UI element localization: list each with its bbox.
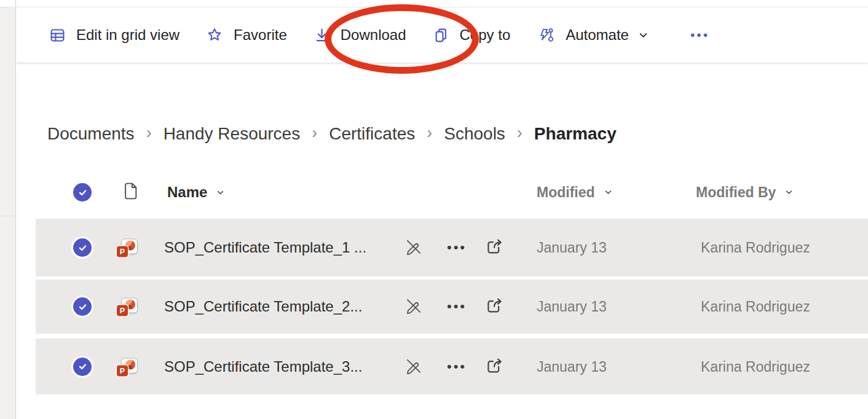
grid-icon (49, 27, 66, 44)
select-all-checkbox[interactable] (73, 183, 92, 202)
file-row[interactable]: P SOP_Certificate Template_1 ... ••• Jan… (36, 219, 868, 276)
row-more-actions-button[interactable]: ••• (441, 359, 472, 375)
breadcrumb-separator-icon: › (427, 125, 432, 141)
pen-slash-icon (404, 296, 423, 318)
file-name-link[interactable]: SOP_Certificate Template_3... (164, 358, 362, 375)
copy-to-label: Copy to (460, 26, 511, 44)
row-checkbox[interactable] (73, 297, 92, 316)
check-icon (77, 361, 88, 372)
powerpoint-file-icon: P (117, 297, 139, 316)
modified-by: Karina Rodriguez (701, 240, 810, 256)
check-icon (77, 187, 88, 198)
powerpoint-file-icon: P (117, 357, 139, 376)
row-checkbox[interactable] (73, 358, 92, 376)
left-nav-rail-body (0, 7, 15, 419)
share-icon[interactable] (484, 237, 504, 259)
copy-to-button[interactable]: Copy to (433, 26, 511, 44)
modified-by: Karina Rodriguez (701, 358, 810, 375)
automate-label: Automate (566, 26, 629, 44)
left-rail-divider (0, 216, 15, 216)
breadcrumb-item-certificates[interactable]: Certificates (329, 124, 415, 144)
automate-flow-icon (537, 26, 555, 44)
chevron-down-icon (216, 188, 225, 197)
favorite-label: Favorite (234, 26, 287, 44)
breadcrumb-item-documents[interactable]: Documents (47, 124, 135, 144)
pen-slash-icon (404, 356, 423, 377)
pen-slash-icon (404, 237, 423, 259)
modified-by: Karina Rodriguez (701, 299, 810, 315)
copy-icon (433, 27, 449, 44)
modified-date: January 13 (537, 299, 607, 315)
file-row[interactable]: P SOP_Certificate Template_3... ••• Janu… (36, 339, 868, 394)
download-icon (314, 27, 330, 44)
breadcrumb: Documents › Handy Resources › Certificat… (47, 124, 617, 144)
powerpoint-badge: P (117, 305, 128, 316)
file-type-column-icon[interactable] (122, 182, 139, 203)
column-header-modified-by[interactable]: Modified By (696, 184, 794, 201)
breadcrumb-item-schools[interactable]: Schools (444, 124, 505, 144)
chevron-down-icon (784, 188, 794, 197)
modified-date: January 13 (537, 240, 607, 256)
chevron-down-icon (604, 188, 613, 197)
file-name-link[interactable]: SOP_Certificate Template_1 ... (164, 239, 366, 256)
powerpoint-badge: P (117, 246, 128, 257)
favorite-button[interactable]: Favorite (206, 26, 287, 44)
file-name-link[interactable]: SOP_Certificate Template_2... (164, 298, 362, 315)
more-commands-button[interactable]: ••• (690, 28, 709, 42)
column-header-name[interactable]: Name (167, 184, 225, 201)
powerpoint-badge: P (117, 365, 128, 376)
download-label: Download (341, 26, 406, 44)
row-checkbox[interactable] (73, 238, 92, 257)
breadcrumb-item-handy-resources[interactable]: Handy Resources (164, 124, 301, 144)
edit-in-grid-view-label: Edit in grid view (76, 26, 180, 44)
breadcrumb-separator-icon: › (312, 125, 317, 141)
check-icon (77, 243, 88, 253)
share-icon[interactable] (484, 355, 504, 378)
breadcrumb-item-pharmacy-current: Pharmacy (534, 124, 617, 144)
row-more-actions-button[interactable]: ••• (441, 240, 472, 256)
modified-date: January 13 (537, 358, 607, 375)
file-row[interactable]: P SOP_Certificate Template_2... ••• Janu… (36, 280, 868, 334)
breadcrumb-separator-icon: › (517, 125, 523, 141)
left-nav-rail (0, 0, 16, 419)
download-button[interactable]: Download (314, 26, 406, 44)
share-icon[interactable] (484, 296, 504, 318)
column-header-modified[interactable]: Modified (537, 184, 613, 201)
star-icon (206, 26, 223, 44)
check-icon (77, 302, 88, 312)
edit-in-grid-view-button[interactable]: Edit in grid view (49, 26, 180, 44)
command-bar: Edit in grid view Favorite Download Copy (17, 7, 868, 63)
chevron-down-icon (637, 29, 649, 41)
row-more-actions-button[interactable]: ••• (441, 299, 472, 315)
automate-dropdown-button[interactable]: Automate (537, 26, 649, 44)
list-header-row: Name Modified Modified By (0, 176, 868, 209)
powerpoint-file-icon: P (117, 238, 139, 257)
breadcrumb-separator-icon: › (146, 125, 152, 141)
